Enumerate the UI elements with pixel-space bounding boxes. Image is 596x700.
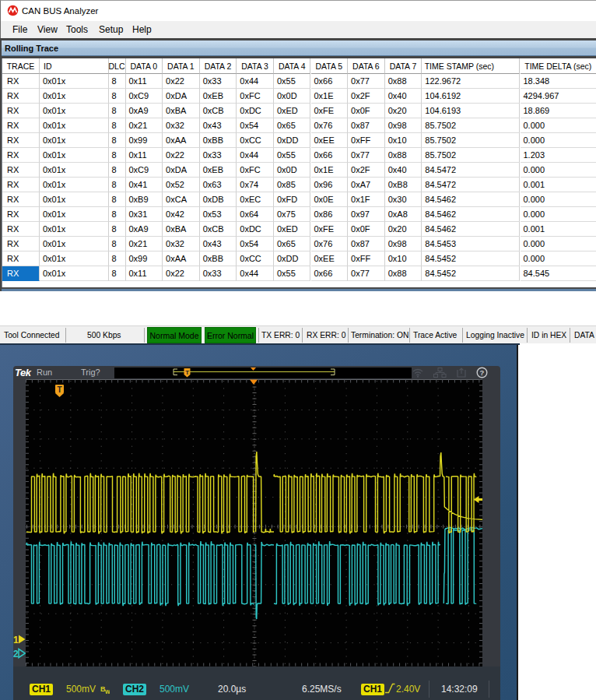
svg-text:T: T	[185, 369, 189, 376]
svg-text:?: ?	[480, 368, 485, 377]
svg-text:T: T	[57, 385, 61, 394]
svg-text:2: 2	[13, 649, 19, 660]
svg-text:W: W	[105, 689, 110, 694]
svg-text:1: 1	[13, 635, 19, 645]
